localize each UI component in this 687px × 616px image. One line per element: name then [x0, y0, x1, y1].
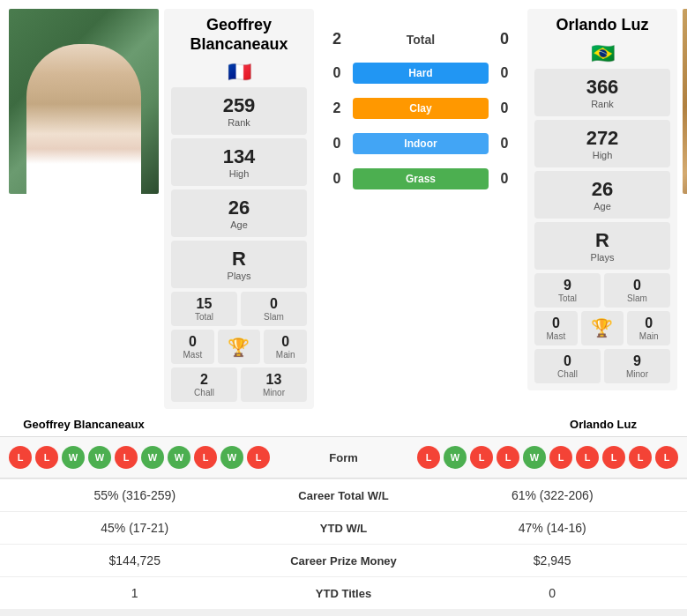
player2-chall-box: 0 Chall — [534, 349, 601, 383]
clay-badge: Clay — [353, 98, 489, 119]
player1-rank-label: Rank — [175, 117, 303, 128]
player2-stats-grid2: 0 Mast 🏆 0 Main — [534, 311, 670, 345]
trophy-icon2: 🏆 — [591, 317, 613, 338]
player1-total-label: Total — [173, 312, 235, 322]
total-label: Total — [346, 33, 496, 47]
player2-ytd-wl: 47% (14-16) — [432, 521, 674, 535]
player2-rank-box: 366 Rank — [534, 69, 670, 116]
player2-career-wl: 61% (322-206) — [432, 488, 674, 502]
player1-plays-value: R — [175, 248, 303, 271]
player-names-row: Geoffrey Blancaneaux Orlando Luz — [0, 418, 687, 436]
player2-minor-box: 9 Minor — [604, 349, 670, 383]
player1-slam-label: Slam — [243, 312, 305, 322]
player2-minor-value: 9 — [606, 353, 668, 369]
player2-ytd-titles: 0 — [432, 586, 674, 600]
player1-rank-value: 259 — [175, 94, 303, 117]
prize-row: $144,725 Career Prize Money $2,945 — [0, 544, 687, 576]
player1-mast-box: 0 Mast — [171, 330, 214, 364]
player2-slam-value: 0 — [606, 278, 668, 293]
indoor-badge: Indoor — [353, 133, 489, 154]
player2-rank-label: Rank — [538, 99, 667, 109]
player2-chall-value: 0 — [536, 353, 599, 369]
player2-slam-label: Slam — [606, 293, 668, 303]
player1-main-label: Main — [265, 350, 305, 360]
form-pill-l: L — [629, 446, 652, 469]
hard-score2: 0 — [496, 65, 513, 81]
form-label: Form — [309, 451, 379, 464]
player1-minor-value: 13 — [243, 372, 305, 388]
player1-main-value: 0 — [265, 334, 305, 350]
player2-total-label: Total — [536, 293, 599, 303]
form-pill-l: L — [497, 446, 519, 469]
player2-prize: $2,945 — [432, 553, 674, 568]
middle-section: 2 Total 0 0 Hard 0 2 Clay 0 0 Indoor 0 0 — [319, 9, 522, 193]
player1-mast-value: 0 — [173, 334, 213, 350]
grass-badge: Grass — [353, 168, 489, 189]
player1-ytd-titles: 1 — [14, 586, 256, 600]
player1-chall-label: Chall — [173, 388, 235, 397]
player2-flag: 🇧🇷 — [534, 42, 670, 65]
indoor-score2: 0 — [496, 136, 513, 152]
player1-chall-box: 2 Chall — [171, 367, 237, 402]
player2-high-box: 272 High — [534, 120, 670, 167]
player2-mast-value: 0 — [536, 315, 576, 331]
player2-total-value: 9 — [536, 278, 599, 293]
total-row: 2 Total 0 — [328, 26, 513, 52]
player1-name-below: Geoffrey Blancaneaux — [9, 418, 159, 431]
player1-career-wl: 55% (316-259) — [14, 488, 256, 502]
player1-ytd-wl: 45% (17-21) — [14, 521, 256, 535]
player2-chall-label: Chall — [536, 369, 599, 379]
player2-main-box: 0 Main — [627, 311, 670, 345]
form-pill-l: L — [470, 446, 493, 469]
player2-form-pills: LWLLWLLLLL — [386, 446, 679, 469]
player1-prize: $144,725 — [14, 553, 256, 568]
grass-row: 0 Grass 0 — [328, 165, 513, 193]
player2-stats-grid3: 0 Chall 9 Minor — [534, 349, 670, 383]
player1-minor-label: Minor — [243, 388, 305, 397]
player2-photo — [683, 9, 687, 194]
grass-score1: 0 — [328, 171, 346, 187]
form-section: LLWWLWWLWL Form LWLLWLLLLL — [0, 436, 687, 479]
form-pill-l: L — [655, 446, 678, 469]
form-pill-l: L — [576, 446, 599, 469]
player2-high-label: High — [538, 150, 667, 160]
form-pill-l: L — [115, 446, 138, 469]
player2-name: Orlando Luz — [534, 16, 670, 39]
player1-high-label: High — [175, 168, 303, 179]
player1-total-value: 15 — [173, 296, 235, 312]
form-pill-l: L — [549, 446, 572, 469]
stats-rows: 55% (316-259) Career Total W/L 61% (322-… — [0, 479, 687, 609]
titles-label: YTD Titles — [256, 587, 432, 600]
player2-rank-value: 366 — [538, 76, 667, 99]
total-score1: 2 — [328, 30, 346, 48]
career-wl-label: Career Total W/L — [256, 489, 432, 502]
player1-plays-box: R Plays — [171, 241, 307, 288]
player1-high-value: 134 — [175, 145, 303, 168]
player1-age-label: Age — [175, 219, 303, 230]
grass-score2: 0 — [496, 171, 513, 187]
player2-trophy: 🏆 — [581, 311, 624, 345]
player1-card: Geoffrey Blancaneaux 🇫🇷 259 Rank 134 Hig… — [164, 9, 314, 409]
player1-photo — [9, 9, 159, 194]
player1-stats-grid2: 0 Mast 🏆 0 Main — [171, 330, 307, 364]
form-pill-w: W — [62, 446, 85, 469]
form-pill-w: W — [141, 446, 164, 469]
player2-name-below: Orlando Luz — [528, 418, 678, 431]
hard-row: 0 Hard 0 — [328, 59, 513, 87]
player2-stats-grid1: 9 Total 0 Slam — [534, 273, 670, 308]
indoor-score1: 0 — [328, 136, 346, 152]
player2-slam-box: 0 Slam — [604, 273, 670, 308]
player2-age-label: Age — [538, 201, 667, 212]
player1-chall-value: 2 — [173, 372, 235, 388]
hard-badge: Hard — [353, 63, 489, 84]
form-pill-l: L — [35, 446, 58, 469]
player2-mast-label: Mast — [536, 331, 576, 341]
player2-plays-box: R Plays — [534, 222, 670, 270]
form-pill-w: W — [220, 446, 243, 469]
hard-score1: 0 — [328, 65, 346, 81]
player2-plays-value: R — [538, 229, 667, 252]
player1-mast-label: Mast — [173, 350, 213, 360]
form-pill-l: L — [417, 446, 440, 469]
form-pill-w: W — [523, 446, 546, 469]
player1-stats-grid1: 15 Total 0 Slam — [171, 292, 307, 326]
